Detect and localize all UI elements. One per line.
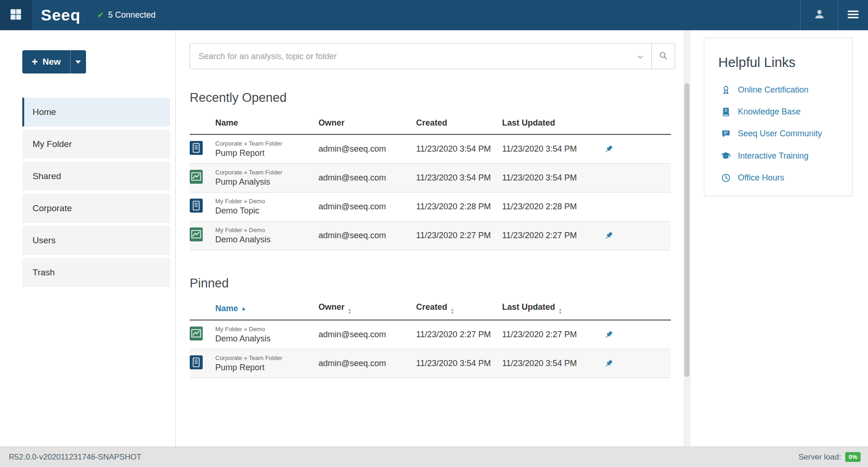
sidebar-item-corporate[interactable]: Corporate (22, 194, 170, 223)
sort-icon: ▲▼ (558, 308, 562, 314)
analysis-icon (190, 170, 203, 186)
user-profile-button[interactable] (800, 0, 838, 30)
analysis-icon (190, 327, 203, 343)
item-path: Corporate » Team Folder (215, 169, 318, 176)
new-split-button: + New (22, 50, 86, 73)
item-created: 11/23/2020 3:54 PM (416, 359, 502, 368)
item-updated: 11/23/2020 3:54 PM (502, 144, 595, 154)
sidebar-item-shared[interactable]: Shared (22, 162, 170, 191)
main-content: Recently Opened Name Owner Created Last … (176, 30, 683, 447)
item-path: My Folder » Demo (215, 326, 318, 333)
column-header-updated[interactable]: Last Updated (502, 118, 595, 128)
table-row[interactable]: Corporate » Team FolderPump Report admin… (190, 349, 671, 378)
table-row[interactable]: Corporate » Team FolderPump Report admin… (190, 135, 671, 164)
clock-icon (718, 173, 733, 183)
recently-opened-table: Name Owner Created Last Updated Corporat… (190, 112, 671, 250)
item-name-link[interactable]: Demo Analysis (215, 334, 318, 344)
sort-icon: ▲▼ (348, 308, 351, 314)
item-path: My Folder » Demo (215, 227, 318, 234)
connection-status[interactable]: ✔ 5 Connected (97, 0, 155, 30)
app-root: Seeq ✔ 5 Connected + New (0, 0, 868, 467)
item-owner: admin@seeq.com (318, 231, 416, 240)
link-knowledge-base[interactable]: Knowledge Base (718, 107, 838, 117)
book-icon (718, 107, 733, 117)
new-button[interactable]: + New (22, 50, 70, 73)
item-name-link[interactable]: Pump Report (215, 363, 318, 373)
item-name-link[interactable]: Pump Analysis (215, 177, 318, 187)
link-online-certification[interactable]: Online Certification (718, 85, 838, 95)
grid-icon (9, 7, 23, 23)
certificate-icon (718, 85, 733, 95)
item-path: Corporate » Team Folder (215, 140, 318, 147)
link-office-hours[interactable]: Office Hours (718, 173, 838, 183)
search-icon (658, 51, 668, 62)
column-header-created[interactable]: Created▲▼ (416, 302, 502, 314)
sidebar: + New Home My Folder Shared Corporate Us… (0, 30, 176, 447)
column-header-label: Last Updated (502, 302, 555, 312)
sidebar-item-home[interactable]: Home (22, 98, 170, 127)
sidebar-item-my-folder[interactable]: My Folder (22, 130, 170, 159)
pin-icon[interactable] (604, 231, 614, 240)
connected-label: 5 Connected (108, 10, 156, 20)
table-row[interactable]: My Folder » DemoDemo Topic admin@seeq.co… (190, 193, 671, 221)
table-row[interactable]: My Folder » DemoDemo Analysis admin@seeq… (190, 320, 671, 349)
check-icon: ✔ (97, 10, 104, 20)
column-header-updated[interactable]: Last Updated▲▼ (502, 302, 595, 314)
content-row: + New Home My Folder Shared Corporate Us… (0, 30, 868, 447)
pin-icon[interactable] (604, 144, 614, 154)
item-name-link[interactable]: Demo Analysis (215, 235, 318, 245)
column-header-name-sorted[interactable]: Name▲ (215, 304, 318, 314)
sidebar-item-label: Home (33, 107, 56, 117)
column-header-name[interactable]: Name (215, 118, 318, 128)
hamburger-menu-button[interactable] (838, 0, 868, 30)
graduation-cap-icon (718, 151, 733, 161)
search-bar (190, 43, 675, 69)
column-header-created[interactable]: Created (416, 118, 502, 128)
item-updated: 11/23/2020 2:28 PM (502, 202, 595, 212)
item-name-link[interactable]: Pump Report (215, 148, 318, 158)
column-header-owner[interactable]: Owner (318, 118, 416, 128)
topic-icon (190, 141, 203, 157)
pinned-table: Name▲ Owner▲▼ Created▲▼ Last Updated▲▼ M… (190, 297, 671, 378)
table-row[interactable]: My Folder » DemoDemo Analysis admin@seeq… (190, 221, 671, 250)
new-button-label: New (42, 57, 60, 67)
recently-opened-title: Recently Opened (190, 91, 683, 105)
sidebar-item-label: My Folder (33, 139, 72, 149)
item-name-link[interactable]: Demo Topic (215, 206, 318, 216)
pin-icon[interactable] (604, 330, 614, 340)
top-navbar: Seeq ✔ 5 Connected (0, 0, 868, 30)
item-owner: admin@seeq.com (318, 202, 416, 212)
item-owner: admin@seeq.com (318, 173, 416, 183)
column-header-label: Owner (318, 302, 345, 312)
item-updated: 11/23/2020 3:54 PM (502, 173, 595, 183)
sort-icon: ▲▼ (451, 308, 454, 314)
link-label: Knowledge Base (738, 107, 801, 117)
table-row[interactable]: Corporate » Team FolderPump Analysis adm… (190, 164, 671, 193)
right-panel: Helpful Links Online Certification Knowl… (690, 30, 868, 447)
helpful-links-card: Helpful Links Online Certification Knowl… (704, 38, 853, 196)
apps-grid-button[interactable] (0, 0, 32, 30)
helpful-links-title: Helpful Links (718, 55, 838, 70)
new-dropdown-toggle[interactable] (70, 50, 86, 73)
link-interactive-training[interactable]: Interactive Training (718, 151, 838, 161)
link-label: Office Hours (738, 173, 784, 183)
item-owner: admin@seeq.com (318, 330, 416, 340)
link-label: Interactive Training (738, 151, 808, 161)
item-owner: admin@seeq.com (318, 144, 416, 154)
comments-icon (718, 129, 733, 139)
search-dropdown-chevron-icon[interactable] (636, 53, 644, 62)
link-label: Online Certification (738, 85, 808, 95)
sidebar-item-trash[interactable]: Trash (22, 258, 170, 287)
sidebar-item-users[interactable]: Users (22, 226, 170, 255)
search-button[interactable] (651, 44, 675, 69)
main-scrollbar[interactable] (683, 30, 690, 447)
pin-icon[interactable] (604, 359, 614, 368)
column-header-owner[interactable]: Owner▲▼ (318, 302, 416, 314)
topic-icon (190, 355, 203, 372)
search-input[interactable] (190, 44, 651, 69)
link-seeq-user-community[interactable]: Seeq User Community (718, 129, 838, 139)
scrollbar-thumb[interactable] (684, 83, 689, 377)
item-created: 11/23/2020 2:28 PM (416, 202, 502, 212)
table-header: Name▲ Owner▲▼ Created▲▼ Last Updated▲▼ (190, 297, 671, 320)
sidebar-item-label: Corporate (33, 203, 72, 213)
